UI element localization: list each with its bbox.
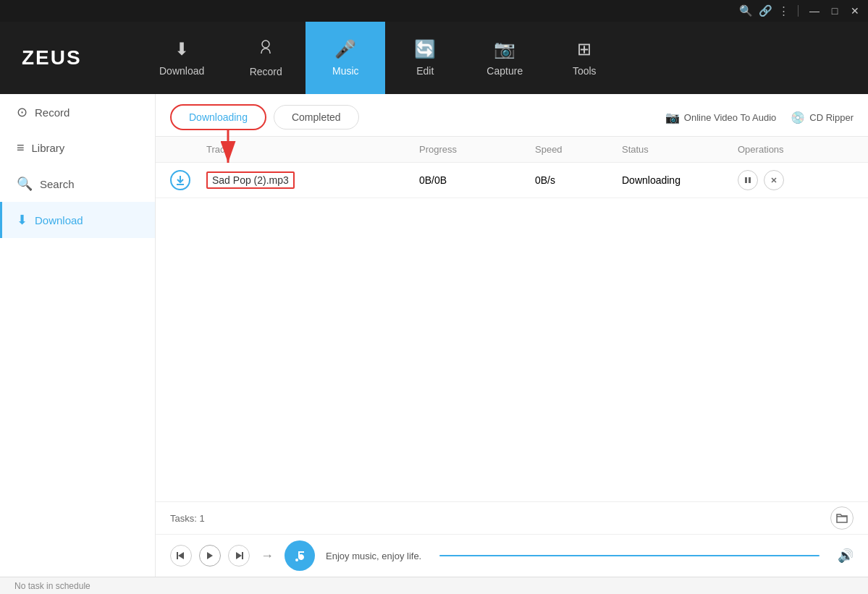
tab-downloading[interactable]: Downloading bbox=[170, 104, 266, 130]
music-nav-icon: 🎤 bbox=[334, 39, 356, 59]
sidebar-item-search-label: Search bbox=[40, 178, 75, 190]
download-nav-icon: ⬇ bbox=[174, 39, 189, 59]
row-status: Downloading bbox=[622, 174, 738, 186]
content-area: Downloading Completed 📷 Online Video To … bbox=[156, 94, 868, 577]
menu-icon[interactable]: ⋮ bbox=[778, 4, 789, 17]
tasks-count-label: Tasks: 1 bbox=[170, 513, 205, 524]
player-controls bbox=[170, 545, 250, 567]
nav-item-record-label: Record bbox=[250, 66, 282, 77]
share-icon[interactable]: 🔗 bbox=[759, 4, 772, 17]
edit-nav-icon: 🔄 bbox=[414, 39, 436, 59]
online-video-to-audio-btn[interactable]: 📷 Online Video To Audio bbox=[665, 111, 776, 124]
nav-item-edit-label: Edit bbox=[416, 65, 434, 77]
player-progress-bar[interactable] bbox=[439, 555, 819, 556]
nav-item-tools[interactable]: ⊞ Tools bbox=[544, 22, 624, 94]
main-layout: ⊙ Record ≡ Library 🔍 Search ⬇ Download D… bbox=[0, 94, 868, 577]
minimize-button[interactable]: — bbox=[807, 5, 822, 17]
col-header-speed: Speed bbox=[535, 144, 622, 155]
sidebar: ⊙ Record ≡ Library 🔍 Search ⬇ Download bbox=[0, 94, 156, 577]
record-nav-icon bbox=[257, 38, 274, 60]
nav-items: ⬇ Download Record 🎤 Music 🔄 Edit bbox=[138, 22, 861, 94]
tools-nav-icon: ⊞ bbox=[577, 39, 591, 59]
sidebar-item-record[interactable]: ⊙ Record bbox=[0, 94, 155, 130]
sidebar-item-download[interactable]: ⬇ Download bbox=[0, 202, 155, 238]
row-progress: 0B/0B bbox=[419, 174, 535, 186]
row-download-icon[interactable] bbox=[170, 170, 206, 190]
tab-completed[interactable]: Completed bbox=[274, 105, 359, 130]
svg-marker-11 bbox=[236, 552, 242, 559]
app-logo: ZEUS bbox=[7, 46, 138, 69]
col-header-status: Status bbox=[622, 144, 738, 155]
nav-item-capture-label: Capture bbox=[486, 65, 523, 77]
shuffle-icon[interactable]: → bbox=[261, 548, 274, 564]
open-folder-icon[interactable] bbox=[830, 506, 854, 530]
nav-item-tools-label: Tools bbox=[573, 65, 597, 77]
table-row: Sad Pop (2).mp3 0B/0B 0B/s Downloading bbox=[156, 163, 868, 198]
row-operations bbox=[738, 170, 854, 190]
svg-rect-10 bbox=[242, 552, 243, 559]
col-header-icon bbox=[170, 144, 206, 155]
nav-item-music-label: Music bbox=[332, 65, 359, 77]
cd-ripper-icon: 💿 bbox=[791, 111, 805, 124]
nav-item-download[interactable]: ⬇ Download bbox=[138, 22, 226, 94]
cancel-button[interactable] bbox=[764, 170, 784, 190]
nav-item-edit[interactable]: 🔄 Edit bbox=[385, 22, 465, 94]
nav-item-record[interactable]: Record bbox=[226, 22, 306, 94]
svg-marker-9 bbox=[207, 552, 213, 559]
row-track-name: Sad Pop (2).mp3 bbox=[206, 171, 419, 189]
player-bar: → Enjoy music, enjoy life. 🔊 bbox=[156, 534, 868, 577]
next-button[interactable] bbox=[228, 545, 250, 567]
play-button[interactable] bbox=[199, 545, 221, 567]
record-sidebar-icon: ⊙ bbox=[17, 104, 28, 120]
nav-item-music[interactable]: 🎤 Music bbox=[306, 22, 385, 94]
music-disc bbox=[285, 540, 315, 571]
nav-item-capture[interactable]: 📷 Capture bbox=[465, 22, 544, 94]
svg-point-0 bbox=[262, 41, 269, 48]
topnav: ZEUS ⬇ Download Record 🎤 Music bbox=[0, 22, 868, 94]
folder-button[interactable] bbox=[830, 506, 854, 530]
svg-marker-8 bbox=[178, 552, 184, 559]
row-speed: 0B/s bbox=[535, 174, 622, 186]
col-header-track: Track bbox=[206, 144, 419, 155]
svg-rect-3 bbox=[745, 177, 747, 183]
table-body: Sad Pop (2).mp3 0B/0B 0B/s Downloading bbox=[156, 163, 868, 501]
player-tagline: Enjoy music, enjoy life. bbox=[326, 551, 421, 561]
svg-rect-7 bbox=[177, 552, 178, 559]
tabbar-right: 📷 Online Video To Audio 💿 CD Ripper bbox=[665, 111, 854, 130]
prev-button[interactable] bbox=[170, 545, 192, 567]
sidebar-item-search[interactable]: 🔍 Search bbox=[0, 166, 155, 202]
svg-rect-4 bbox=[749, 177, 751, 183]
online-video-icon: 📷 bbox=[665, 111, 680, 124]
col-header-operations: Operations bbox=[738, 144, 854, 155]
col-header-progress: Progress bbox=[419, 144, 535, 155]
search-icon[interactable]: 🔍 bbox=[739, 4, 753, 17]
volume-icon[interactable]: 🔊 bbox=[838, 548, 854, 564]
library-sidebar-icon: ≡ bbox=[17, 140, 25, 156]
maximize-button[interactable]: □ bbox=[827, 5, 842, 17]
table-header: Track Progress Speed Status Operations bbox=[156, 137, 868, 163]
status-text: No task in schedule bbox=[14, 581, 90, 591]
tasks-bar: Tasks: 1 bbox=[156, 501, 868, 534]
statusbar: No task in schedule bbox=[0, 577, 868, 594]
sidebar-item-download-label: Download bbox=[35, 214, 83, 226]
download-sidebar-icon: ⬇ bbox=[17, 212, 28, 228]
nav-item-download-label: Download bbox=[159, 65, 204, 77]
capture-nav-icon: 📷 bbox=[494, 39, 515, 59]
pause-button[interactable] bbox=[738, 170, 758, 190]
sidebar-item-record-label: Record bbox=[35, 106, 69, 119]
tabbar: Downloading Completed 📷 Online Video To … bbox=[156, 94, 868, 137]
close-button[interactable]: ✕ bbox=[848, 5, 862, 17]
sidebar-item-library[interactable]: ≡ Library bbox=[0, 130, 155, 166]
sidebar-item-library-label: Library bbox=[32, 142, 65, 154]
titlebar: 🔍 🔗 ⋮ — □ ✕ bbox=[0, 0, 868, 22]
search-sidebar-icon: 🔍 bbox=[17, 176, 33, 192]
cd-ripper-btn[interactable]: 💿 CD Ripper bbox=[791, 111, 854, 124]
